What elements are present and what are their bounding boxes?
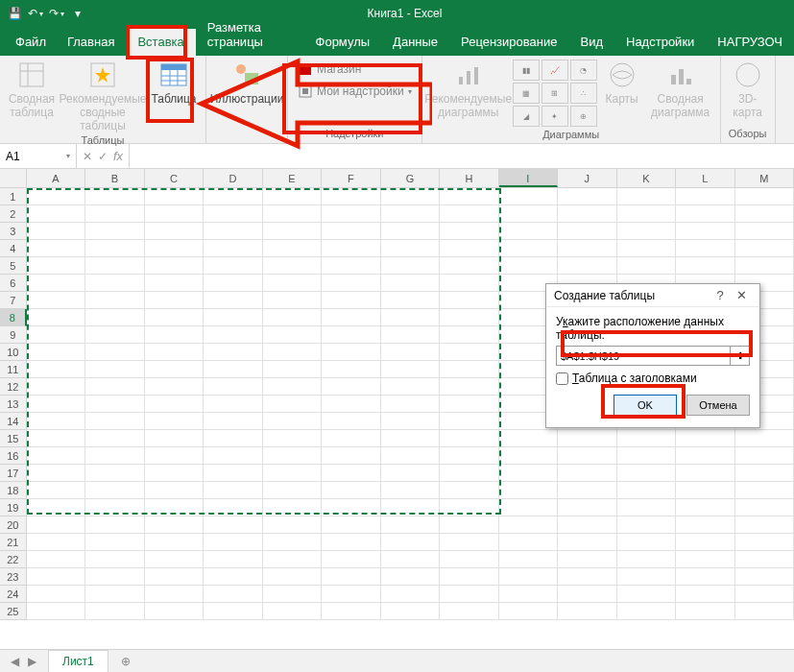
cell[interactable] xyxy=(558,516,616,534)
cell[interactable] xyxy=(440,568,498,586)
chart-stat-icon[interactable]: ⊞ xyxy=(541,83,568,104)
cell[interactable] xyxy=(676,430,734,447)
sheet-tab[interactable]: Лист1 xyxy=(48,650,108,672)
cell[interactable] xyxy=(735,586,794,603)
cell[interactable] xyxy=(676,205,734,223)
cell[interactable] xyxy=(381,551,440,568)
cell[interactable] xyxy=(27,344,85,361)
cell[interactable] xyxy=(145,396,204,413)
table-button[interactable]: Таблица xyxy=(148,60,200,106)
cell[interactable] xyxy=(322,188,380,205)
cell[interactable] xyxy=(263,551,322,568)
cell[interactable] xyxy=(263,205,322,223)
cell[interactable] xyxy=(440,551,498,568)
cell[interactable] xyxy=(145,361,204,378)
cell[interactable] xyxy=(204,430,262,447)
cell[interactable] xyxy=(263,534,322,551)
cell[interactable] xyxy=(322,534,380,551)
cell[interactable] xyxy=(145,430,204,447)
cell[interactable] xyxy=(85,465,144,482)
row-header[interactable]: 1 xyxy=(0,188,27,205)
cell[interactable] xyxy=(145,499,204,516)
cell[interactable] xyxy=(617,534,676,551)
cell[interactable] xyxy=(735,240,794,257)
cell[interactable] xyxy=(381,396,440,413)
cell[interactable] xyxy=(381,499,440,516)
row-header[interactable]: 9 xyxy=(0,326,27,344)
cell[interactable] xyxy=(440,223,498,240)
cell[interactable] xyxy=(85,326,144,344)
cell[interactable] xyxy=(204,516,262,534)
cell[interactable] xyxy=(676,499,734,516)
row-header[interactable]: 14 xyxy=(0,413,27,430)
cell[interactable] xyxy=(204,413,262,430)
cell[interactable] xyxy=(263,188,322,205)
cell[interactable] xyxy=(145,378,204,396)
cell[interactable] xyxy=(204,361,262,378)
sheet-nav-next-icon[interactable]: ▶ xyxy=(23,655,40,668)
cell[interactable] xyxy=(204,568,262,586)
cell[interactable] xyxy=(85,430,144,447)
cell[interactable] xyxy=(85,223,144,240)
headers-checkbox[interactable] xyxy=(556,372,568,385)
dialog-help-icon[interactable]: ? xyxy=(710,288,731,302)
cell[interactable] xyxy=(558,205,616,223)
cell[interactable] xyxy=(440,516,498,534)
cell[interactable] xyxy=(85,447,144,465)
cell[interactable] xyxy=(263,378,322,396)
cell[interactable] xyxy=(381,188,440,205)
cell[interactable] xyxy=(145,447,204,465)
cell[interactable] xyxy=(499,447,558,465)
cell[interactable] xyxy=(676,534,734,551)
cell[interactable] xyxy=(85,205,144,223)
cell[interactable] xyxy=(145,516,204,534)
chart-line-icon[interactable]: 📈 xyxy=(541,60,568,81)
cell[interactable] xyxy=(263,413,322,430)
cell[interactable] xyxy=(440,361,498,378)
cell[interactable] xyxy=(204,534,262,551)
cell[interactable] xyxy=(735,447,794,465)
cell[interactable] xyxy=(735,516,794,534)
col-header[interactable]: K xyxy=(617,169,676,187)
cell[interactable] xyxy=(145,309,204,326)
cell[interactable] xyxy=(558,240,616,257)
cell[interactable] xyxy=(735,551,794,568)
cell[interactable] xyxy=(440,257,498,275)
row-header[interactable]: 12 xyxy=(0,378,27,396)
cell[interactable] xyxy=(558,551,616,568)
cell[interactable] xyxy=(676,551,734,568)
row-header[interactable]: 18 xyxy=(0,482,27,499)
cell[interactable] xyxy=(204,482,262,499)
select-all-corner[interactable] xyxy=(0,169,27,187)
row-header[interactable]: 6 xyxy=(0,275,27,292)
cell[interactable] xyxy=(381,482,440,499)
cell[interactable] xyxy=(263,257,322,275)
cell[interactable] xyxy=(27,465,85,482)
cell[interactable] xyxy=(617,188,676,205)
cell[interactable] xyxy=(204,292,262,309)
cell[interactable] xyxy=(322,292,380,309)
cell[interactable] xyxy=(27,603,85,620)
col-header[interactable]: E xyxy=(263,169,322,187)
cell[interactable] xyxy=(263,516,322,534)
collapse-dialog-icon[interactable]: ⬆ xyxy=(731,346,750,366)
cell[interactable] xyxy=(499,223,558,240)
cell[interactable] xyxy=(676,568,734,586)
cell[interactable] xyxy=(145,344,204,361)
cell[interactable] xyxy=(381,516,440,534)
tab-file[interactable]: Файл xyxy=(6,29,56,56)
cell[interactable] xyxy=(381,275,440,292)
cell[interactable] xyxy=(263,482,322,499)
cell[interactable] xyxy=(85,516,144,534)
cell[interactable] xyxy=(322,223,380,240)
cell[interactable] xyxy=(381,257,440,275)
cell[interactable] xyxy=(322,430,380,447)
chart-combo-icon[interactable]: ⊕ xyxy=(570,106,597,127)
cell[interactable] xyxy=(85,396,144,413)
illustrations-button[interactable]: Иллюстрации xyxy=(212,60,281,106)
cell[interactable] xyxy=(263,465,322,482)
cell[interactable] xyxy=(204,240,262,257)
col-header[interactable]: H xyxy=(440,169,498,187)
cell[interactable] xyxy=(617,240,676,257)
cell[interactable] xyxy=(558,465,616,482)
